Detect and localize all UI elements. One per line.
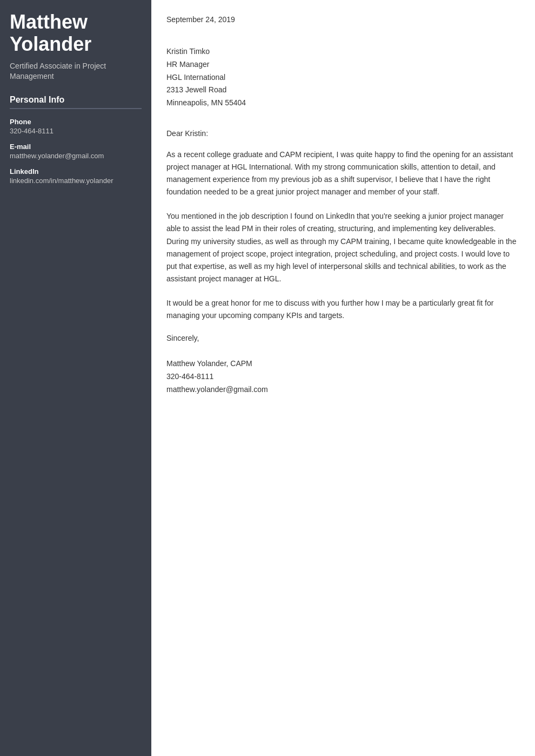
recipient-name: Kristin Timko [166, 45, 518, 58]
phone-label: Phone [10, 118, 142, 126]
sig-email: matthew.yolander@gmail.com [166, 383, 518, 396]
first-name: Matthew [10, 11, 88, 33]
email-value: matthew.yolander@gmail.com [10, 152, 142, 160]
sig-phone: 320-464-8111 [166, 370, 518, 383]
email-label: E-mail [10, 143, 142, 151]
letter-paragraph-3: It would be a great honor for me to disc… [166, 297, 518, 322]
phone-block: Phone 320-464-8111 [10, 118, 142, 135]
letter-body: September 24, 2019 Kristin Timko HR Mana… [151, 0, 535, 756]
recipient-city: Minneapolis, MN 55404 [166, 97, 518, 110]
letter-greeting: Dear Kristin: [166, 129, 518, 138]
linkedin-block: LinkedIn linkedin.com/in/matthew.yolande… [10, 167, 142, 185]
letter-closing: Sincerely, [166, 334, 518, 342]
full-name: Matthew Yolander [10, 11, 142, 56]
email-block: E-mail matthew.yolander@gmail.com [10, 143, 142, 160]
sig-name: Matthew Yolander, CAPM [166, 357, 518, 370]
personal-info-heading: Personal Info [10, 95, 142, 109]
letter-paragraph-2: You mentioned in the job description I f… [166, 210, 518, 285]
sidebar: Matthew Yolander Certified Associate in … [0, 0, 151, 756]
linkedin-value: linkedin.com/in/matthew.yolander [10, 177, 142, 185]
letter-date: September 24, 2019 [166, 15, 518, 24]
recipient-address: 2313 Jewell Road [166, 84, 518, 97]
letter-paragraph-1: As a recent college graduate and CAPM re… [166, 148, 518, 198]
recipient-title: HR Manager [166, 58, 518, 71]
professional-title: Certified Associate in Project Managemen… [10, 61, 142, 82]
linkedin-label: LinkedIn [10, 167, 142, 176]
letter-signature: Matthew Yolander, CAPM 320-464-8111 matt… [166, 357, 518, 396]
phone-value: 320-464-8111 [10, 127, 142, 135]
last-name: Yolander [10, 33, 91, 55]
recipient-block: Kristin Timko HR Manager HGL Internation… [166, 45, 518, 110]
recipient-company: HGL International [166, 71, 518, 84]
